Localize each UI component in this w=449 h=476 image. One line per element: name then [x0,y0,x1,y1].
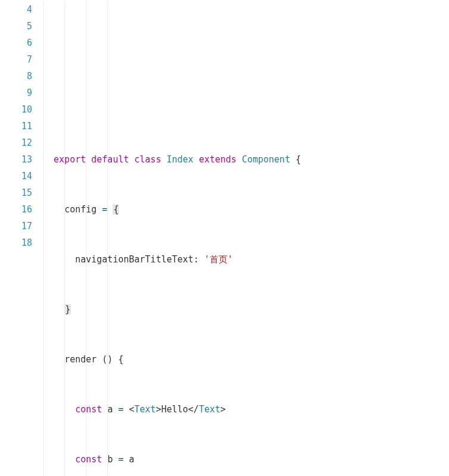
line-number: 8 [0,68,32,84]
line-gutter: 4 5 6 7 8 9 10 11 12 13 14 15 16 17 18 [0,1,43,476]
line-number: 14 [0,168,32,184]
line-number: 15 [0,184,32,201]
line-number: 11 [0,118,32,134]
code-editor: 4 5 6 7 8 9 10 11 12 13 14 15 16 17 18 e… [0,0,449,476]
line-number: 5 [0,18,32,35]
line-number: 18 [0,234,32,251]
line-number: 10 [0,101,32,118]
line-number: 16 [0,201,32,218]
line-number: 9 [0,84,32,101]
line-number: 13 [0,151,32,168]
line-number: 17 [0,218,32,234]
line-number: 4 [0,1,32,18]
line-number: 12 [0,134,32,151]
line-number: 6 [0,35,32,51]
code-area[interactable]: export default class Index extends Compo… [43,1,449,476]
line-number: 7 [0,51,32,68]
